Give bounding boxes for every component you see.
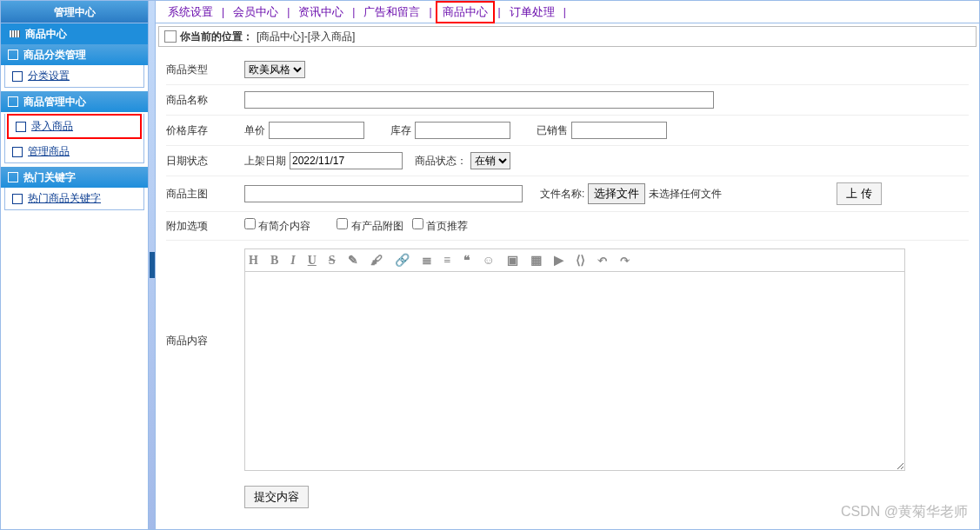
cb-intro[interactable]: 有简介内容: [244, 218, 310, 234]
nav-订单处理[interactable]: 订单处理: [504, 3, 560, 22]
splitter-grip[interactable]: [150, 252, 155, 278]
eraser-icon[interactable]: ✎: [348, 253, 358, 268]
label-price: 价格库存: [166, 123, 244, 138]
label-content: 商品内容: [166, 247, 244, 348]
topnav: 系统设置|会员中心|资讯中心|广告和留言|商品中心|订单处理|: [156, 1, 979, 23]
panel-icon: [8, 172, 18, 182]
item-icon: [12, 71, 23, 82]
undo-icon[interactable]: ↶: [597, 253, 608, 268]
align-icon[interactable]: ≡: [444, 254, 451, 268]
table-icon[interactable]: ▦: [530, 253, 542, 268]
panel-head[interactable]: 商品分类管理: [1, 44, 148, 65]
input-unitprice[interactable]: [269, 122, 364, 139]
sidebar: 管理中心 商品中心 商品分类管理分类设置商品管理中心录入商品管理商品热门关键字热…: [1, 1, 149, 529]
sidebar-item[interactable]: 录入商品: [7, 114, 142, 139]
nav-资讯中心[interactable]: 资讯中心: [293, 3, 349, 22]
input-date[interactable]: [290, 152, 403, 169]
splitter[interactable]: [149, 1, 156, 529]
quote-icon[interactable]: ❝: [463, 253, 470, 268]
input-mainimg[interactable]: [244, 185, 523, 202]
page-icon: [164, 30, 177, 43]
upload-button[interactable]: 上 传: [837, 182, 882, 205]
panel-icon: [8, 96, 18, 107]
panel-head[interactable]: 商品管理中心: [1, 91, 148, 112]
panel-icon: [8, 50, 18, 60]
main: 系统设置|会员中心|资讯中心|广告和留言|商品中心|订单处理| 你当前的位置： …: [156, 1, 979, 529]
item-icon: [12, 194, 23, 204]
label-date: 日期状态: [166, 154, 244, 169]
item-icon: [12, 147, 23, 157]
code-icon[interactable]: ⟨⟩: [576, 253, 585, 268]
choose-file-button[interactable]: 选择文件: [588, 183, 645, 204]
sidebar-item[interactable]: 分类设置: [5, 65, 143, 87]
label-type: 商品类型: [166, 63, 244, 77]
form: 商品类型 欧美风格 商品名称 价格库存 单价 库存 已销售 日期状态 上架日期: [156, 50, 979, 520]
strike-icon[interactable]: S: [329, 254, 336, 268]
emoji-icon[interactable]: ☺: [483, 254, 495, 268]
input-name[interactable]: [244, 91, 714, 109]
submit-button[interactable]: 提交内容: [244, 486, 309, 508]
sidebar-item[interactable]: 热门商品关键字: [5, 188, 143, 209]
bold-icon[interactable]: B: [270, 254, 278, 268]
video-icon[interactable]: ▶: [554, 253, 563, 268]
sidebar-sub[interactable]: 商品中心: [1, 23, 148, 44]
label-name: 商品名称: [166, 93, 244, 108]
brush-icon[interactable]: 🖌: [370, 254, 383, 268]
cb-featured[interactable]: 首页推荐: [412, 218, 468, 234]
select-type[interactable]: 欧美风格: [244, 61, 305, 78]
select-status[interactable]: 在销: [470, 152, 510, 169]
label-extra: 附加选项: [166, 219, 244, 234]
nav-会员中心[interactable]: 会员中心: [228, 3, 283, 22]
image-icon[interactable]: ▣: [507, 253, 518, 268]
input-sold[interactable]: [571, 122, 667, 139]
link-icon[interactable]: 🔗: [395, 253, 410, 268]
underline-icon[interactable]: U: [308, 254, 317, 268]
panel-head[interactable]: 热门关键字: [1, 167, 148, 188]
grid-icon: [10, 30, 20, 37]
nav-广告和留言[interactable]: 广告和留言: [358, 3, 425, 22]
redo-icon[interactable]: ↷: [620, 253, 630, 268]
item-icon: [16, 122, 26, 132]
sidebar-item[interactable]: 管理商品: [5, 141, 143, 162]
heading-icon[interactable]: H: [249, 254, 258, 268]
editor-toolbar: H B I U S ✎ 🖌 🔗 ≣ ≡ ❝ ☺ ▣ ▦ ▶: [244, 248, 905, 271]
nav-商品中心[interactable]: 商品中心: [436, 1, 495, 23]
cb-images[interactable]: 有产品附图: [337, 218, 403, 234]
list-icon[interactable]: ≣: [422, 253, 432, 268]
italic-icon[interactable]: I: [290, 254, 295, 268]
breadcrumb: 你当前的位置： [商品中心]-[录入商品]: [158, 26, 977, 47]
file-none-text: 未选择任何文件: [649, 187, 722, 202]
editor-textarea[interactable]: [244, 271, 905, 471]
label-mainimg: 商品主图: [166, 187, 244, 202]
sidebar-title: 管理中心: [1, 1, 148, 23]
input-stock[interactable]: [415, 122, 510, 139]
watermark: CSDN @黄菊华老师: [841, 503, 968, 521]
nav-系统设置[interactable]: 系统设置: [163, 3, 218, 22]
